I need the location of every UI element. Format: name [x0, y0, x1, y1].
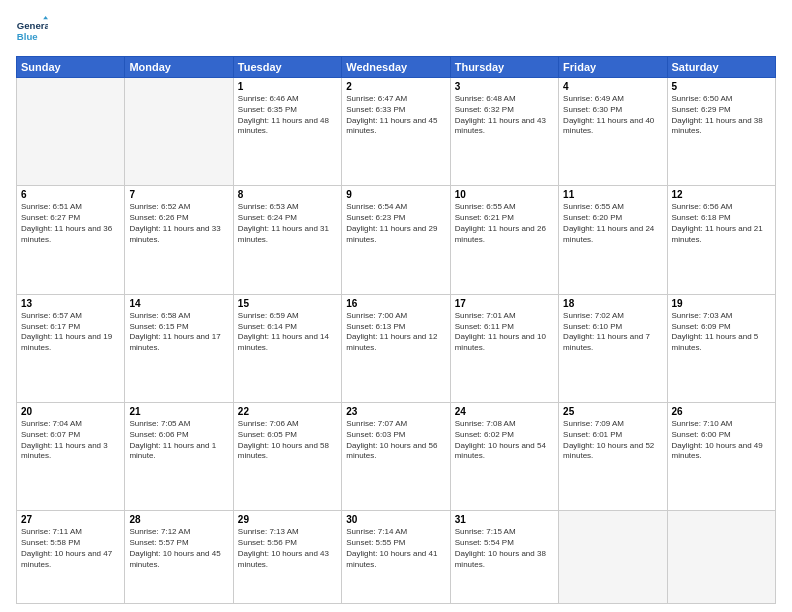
day-info: Sunrise: 7:12 AM Sunset: 5:57 PM Dayligh…: [129, 527, 228, 570]
calendar-body: 1Sunrise: 6:46 AM Sunset: 6:35 PM Daylig…: [17, 78, 776, 604]
calendar-cell: [559, 511, 667, 604]
calendar-cell: 21Sunrise: 7:05 AM Sunset: 6:06 PM Dayli…: [125, 403, 233, 511]
calendar-cell: 5Sunrise: 6:50 AM Sunset: 6:29 PM Daylig…: [667, 78, 775, 186]
header-friday: Friday: [559, 57, 667, 78]
day-number: 4: [563, 81, 662, 92]
header-thursday: Thursday: [450, 57, 558, 78]
day-number: 27: [21, 514, 120, 525]
day-number: 21: [129, 406, 228, 417]
calendar-cell: 18Sunrise: 7:02 AM Sunset: 6:10 PM Dayli…: [559, 294, 667, 402]
day-number: 12: [672, 189, 771, 200]
day-number: 28: [129, 514, 228, 525]
day-number: 25: [563, 406, 662, 417]
calendar-cell: 27Sunrise: 7:11 AM Sunset: 5:58 PM Dayli…: [17, 511, 125, 604]
calendar-cell: 4Sunrise: 6:49 AM Sunset: 6:30 PM Daylig…: [559, 78, 667, 186]
week-row-4: 20Sunrise: 7:04 AM Sunset: 6:07 PM Dayli…: [17, 403, 776, 511]
day-number: 11: [563, 189, 662, 200]
calendar-cell: 16Sunrise: 7:00 AM Sunset: 6:13 PM Dayli…: [342, 294, 450, 402]
calendar-cell: 25Sunrise: 7:09 AM Sunset: 6:01 PM Dayli…: [559, 403, 667, 511]
calendar-cell: 11Sunrise: 6:55 AM Sunset: 6:20 PM Dayli…: [559, 186, 667, 294]
day-number: 19: [672, 298, 771, 309]
header-tuesday: Tuesday: [233, 57, 341, 78]
calendar-cell: 23Sunrise: 7:07 AM Sunset: 6:03 PM Dayli…: [342, 403, 450, 511]
day-info: Sunrise: 7:03 AM Sunset: 6:09 PM Dayligh…: [672, 311, 771, 354]
calendar-table: SundayMondayTuesdayWednesdayThursdayFrid…: [16, 56, 776, 604]
day-number: 13: [21, 298, 120, 309]
day-info: Sunrise: 6:49 AM Sunset: 6:30 PM Dayligh…: [563, 94, 662, 137]
calendar-cell: 26Sunrise: 7:10 AM Sunset: 6:00 PM Dayli…: [667, 403, 775, 511]
day-number: 8: [238, 189, 337, 200]
day-info: Sunrise: 7:01 AM Sunset: 6:11 PM Dayligh…: [455, 311, 554, 354]
day-number: 30: [346, 514, 445, 525]
day-number: 20: [21, 406, 120, 417]
day-info: Sunrise: 6:55 AM Sunset: 6:20 PM Dayligh…: [563, 202, 662, 245]
calendar-cell: [17, 78, 125, 186]
day-info: Sunrise: 6:52 AM Sunset: 6:26 PM Dayligh…: [129, 202, 228, 245]
calendar-cell: 19Sunrise: 7:03 AM Sunset: 6:09 PM Dayli…: [667, 294, 775, 402]
day-number: 10: [455, 189, 554, 200]
day-info: Sunrise: 7:08 AM Sunset: 6:02 PM Dayligh…: [455, 419, 554, 462]
day-info: Sunrise: 6:58 AM Sunset: 6:15 PM Dayligh…: [129, 311, 228, 354]
day-info: Sunrise: 7:09 AM Sunset: 6:01 PM Dayligh…: [563, 419, 662, 462]
logo: General Blue: [16, 16, 52, 48]
svg-text:General: General: [17, 20, 48, 31]
day-info: Sunrise: 6:51 AM Sunset: 6:27 PM Dayligh…: [21, 202, 120, 245]
calendar-cell: 13Sunrise: 6:57 AM Sunset: 6:17 PM Dayli…: [17, 294, 125, 402]
calendar-cell: 8Sunrise: 6:53 AM Sunset: 6:24 PM Daylig…: [233, 186, 341, 294]
day-number: 2: [346, 81, 445, 92]
day-number: 29: [238, 514, 337, 525]
calendar-cell: 22Sunrise: 7:06 AM Sunset: 6:05 PM Dayli…: [233, 403, 341, 511]
day-info: Sunrise: 6:54 AM Sunset: 6:23 PM Dayligh…: [346, 202, 445, 245]
calendar-cell: 28Sunrise: 7:12 AM Sunset: 5:57 PM Dayli…: [125, 511, 233, 604]
calendar-header-row: SundayMondayTuesdayWednesdayThursdayFrid…: [17, 57, 776, 78]
header: General Blue: [16, 16, 776, 48]
week-row-3: 13Sunrise: 6:57 AM Sunset: 6:17 PM Dayli…: [17, 294, 776, 402]
week-row-1: 1Sunrise: 6:46 AM Sunset: 6:35 PM Daylig…: [17, 78, 776, 186]
day-info: Sunrise: 7:15 AM Sunset: 5:54 PM Dayligh…: [455, 527, 554, 570]
calendar-cell: 10Sunrise: 6:55 AM Sunset: 6:21 PM Dayli…: [450, 186, 558, 294]
calendar-cell: 17Sunrise: 7:01 AM Sunset: 6:11 PM Dayli…: [450, 294, 558, 402]
calendar-cell: 31Sunrise: 7:15 AM Sunset: 5:54 PM Dayli…: [450, 511, 558, 604]
day-number: 23: [346, 406, 445, 417]
calendar-cell: 29Sunrise: 7:13 AM Sunset: 5:56 PM Dayli…: [233, 511, 341, 604]
header-saturday: Saturday: [667, 57, 775, 78]
week-row-2: 6Sunrise: 6:51 AM Sunset: 6:27 PM Daylig…: [17, 186, 776, 294]
calendar-cell: 9Sunrise: 6:54 AM Sunset: 6:23 PM Daylig…: [342, 186, 450, 294]
day-info: Sunrise: 6:48 AM Sunset: 6:32 PM Dayligh…: [455, 94, 554, 137]
header-monday: Monday: [125, 57, 233, 78]
day-info: Sunrise: 6:57 AM Sunset: 6:17 PM Dayligh…: [21, 311, 120, 354]
day-info: Sunrise: 6:46 AM Sunset: 6:35 PM Dayligh…: [238, 94, 337, 137]
day-number: 6: [21, 189, 120, 200]
day-number: 1: [238, 81, 337, 92]
day-info: Sunrise: 7:06 AM Sunset: 6:05 PM Dayligh…: [238, 419, 337, 462]
day-info: Sunrise: 6:53 AM Sunset: 6:24 PM Dayligh…: [238, 202, 337, 245]
day-number: 17: [455, 298, 554, 309]
day-number: 3: [455, 81, 554, 92]
day-info: Sunrise: 7:11 AM Sunset: 5:58 PM Dayligh…: [21, 527, 120, 570]
calendar-cell: 2Sunrise: 6:47 AM Sunset: 6:33 PM Daylig…: [342, 78, 450, 186]
day-info: Sunrise: 6:47 AM Sunset: 6:33 PM Dayligh…: [346, 94, 445, 137]
week-row-5: 27Sunrise: 7:11 AM Sunset: 5:58 PM Dayli…: [17, 511, 776, 604]
day-number: 9: [346, 189, 445, 200]
day-number: 22: [238, 406, 337, 417]
calendar-cell: 14Sunrise: 6:58 AM Sunset: 6:15 PM Dayli…: [125, 294, 233, 402]
day-info: Sunrise: 6:56 AM Sunset: 6:18 PM Dayligh…: [672, 202, 771, 245]
day-info: Sunrise: 6:59 AM Sunset: 6:14 PM Dayligh…: [238, 311, 337, 354]
day-info: Sunrise: 7:14 AM Sunset: 5:55 PM Dayligh…: [346, 527, 445, 570]
calendar-cell: [125, 78, 233, 186]
calendar-cell: 15Sunrise: 6:59 AM Sunset: 6:14 PM Dayli…: [233, 294, 341, 402]
svg-text:Blue: Blue: [17, 31, 38, 42]
day-info: Sunrise: 7:04 AM Sunset: 6:07 PM Dayligh…: [21, 419, 120, 462]
calendar-cell: 1Sunrise: 6:46 AM Sunset: 6:35 PM Daylig…: [233, 78, 341, 186]
page: General Blue SundayMondayTuesdayWednesda…: [0, 0, 792, 612]
day-info: Sunrise: 7:02 AM Sunset: 6:10 PM Dayligh…: [563, 311, 662, 354]
day-info: Sunrise: 7:07 AM Sunset: 6:03 PM Dayligh…: [346, 419, 445, 462]
day-info: Sunrise: 7:05 AM Sunset: 6:06 PM Dayligh…: [129, 419, 228, 462]
day-number: 31: [455, 514, 554, 525]
calendar-cell: 20Sunrise: 7:04 AM Sunset: 6:07 PM Dayli…: [17, 403, 125, 511]
day-number: 16: [346, 298, 445, 309]
calendar-cell: [667, 511, 775, 604]
day-number: 18: [563, 298, 662, 309]
calendar-cell: 12Sunrise: 6:56 AM Sunset: 6:18 PM Dayli…: [667, 186, 775, 294]
calendar-cell: 30Sunrise: 7:14 AM Sunset: 5:55 PM Dayli…: [342, 511, 450, 604]
